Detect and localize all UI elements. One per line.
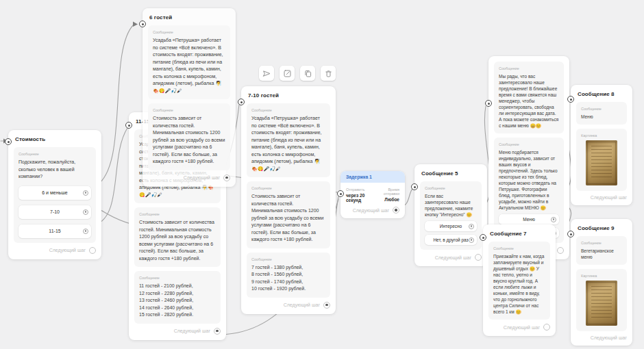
message-block[interactable]: Сообщение 7 гостей - 1380 рублей, 8 гост… bbox=[247, 253, 330, 298]
message-label: Сообщение bbox=[153, 30, 225, 34]
message-block[interactable]: Сообщение Меню bbox=[576, 102, 627, 125]
message-text: Усадьба «Петрушка» работает по системе «… bbox=[153, 37, 225, 94]
message-text: Мы рады, что вас заинтересовало наше пре… bbox=[499, 73, 559, 129]
image-block[interactable]: Картинка bbox=[576, 269, 627, 331]
message-label: Сообщение bbox=[139, 212, 216, 216]
input-port[interactable] bbox=[480, 234, 486, 241]
choice-button-menu[interactable]: Меню bbox=[499, 214, 559, 224]
message-label: Сообщение bbox=[581, 107, 622, 111]
node-title: 7-10 гостей bbox=[248, 92, 330, 99]
next-step-port[interactable] bbox=[543, 324, 550, 331]
message-text: Меню подбирается индивидуально, зависит … bbox=[499, 149, 559, 211]
input-port[interactable] bbox=[125, 122, 132, 129]
trash-icon bbox=[324, 69, 333, 78]
input-port[interactable] bbox=[5, 138, 12, 145]
next-step-port[interactable] bbox=[89, 247, 96, 254]
next-step-port[interactable] bbox=[393, 207, 399, 214]
node-message-8[interactable]: Сообщение 8 Сообщение Меню Картинка След… bbox=[571, 85, 632, 205]
node-delay[interactable]: Задержка 1 Отправить через 20 секунд Вре… bbox=[340, 171, 405, 218]
message-label: Сообщение bbox=[499, 66, 559, 70]
message-block[interactable]: Сообщение Приезжайте к нам, когда заплан… bbox=[488, 242, 550, 320]
node-title: Сообщение 8 bbox=[578, 91, 627, 97]
flow-canvas[interactable]: Стоимость Сообщение Подскажите, пожалуйс… bbox=[0, 0, 644, 349]
choice-button-7-10[interactable]: 7-10 bbox=[18, 205, 91, 219]
node-message-7[interactable]: Сообщение 7 Сообщение Приезжайте к нам, … bbox=[483, 224, 556, 336]
input-port[interactable] bbox=[411, 183, 418, 190]
next-step-port[interactable] bbox=[223, 174, 230, 181]
message-block[interactable]: Сообщение Усадьба «Петрушка» работает по… bbox=[247, 103, 330, 177]
node-guests-6[interactable]: 6 гостей Сообщение Усадьба «Петрушка» ра… bbox=[143, 8, 236, 187]
node-cost[interactable]: Стоимость Сообщение Подскажите, пожалуйс… bbox=[8, 130, 101, 259]
input-port[interactable] bbox=[337, 190, 344, 197]
button-output-port[interactable] bbox=[469, 224, 474, 229]
node-message-9[interactable]: Сообщение 9 Сообщение Вегетарианское мен… bbox=[571, 219, 632, 346]
message-text: Стоимость зависит от количества гостей. … bbox=[251, 193, 325, 244]
send-icon bbox=[262, 69, 271, 78]
choice-button-not-now[interactable]: Нет, в другой раз bbox=[425, 235, 477, 245]
menu-photo bbox=[586, 140, 617, 185]
message-block[interactable]: Сообщение Стоимость зависит от количеств… bbox=[148, 103, 230, 170]
input-port[interactable] bbox=[238, 99, 245, 105]
image-block[interactable]: Картинка bbox=[576, 129, 627, 191]
node-guests-7-10[interactable]: 7-10 гостей Сообщение Усадьба «Петрушка»… bbox=[241, 86, 336, 314]
node-title: Сообщение 7 bbox=[490, 231, 550, 237]
message-text: 7 гостей - 1380 рублей, 8 гостей - 1560 … bbox=[251, 264, 325, 293]
message-label: Сообщение bbox=[251, 108, 325, 112]
message-block[interactable]: Сообщение Стоимость зависит от количеств… bbox=[134, 207, 221, 267]
message-block[interactable]: Сообщение Усадьба «Петрушка» работает по… bbox=[148, 25, 230, 99]
choice-button-interesting[interactable]: Интересно bbox=[425, 221, 477, 231]
copy-button[interactable] bbox=[300, 66, 315, 81]
input-port[interactable] bbox=[139, 21, 146, 27]
message-block[interactable]: Сообщение Стоимость зависит от количеств… bbox=[247, 181, 330, 248]
next-step-label: Следующий шаг bbox=[591, 335, 627, 340]
button-output-port[interactable] bbox=[469, 237, 474, 243]
message-block[interactable]: Сообщение 11 гостей - 2100 рублей, 12 го… bbox=[134, 271, 221, 324]
button-label: 6 и меньше bbox=[42, 190, 67, 195]
next-step-port[interactable] bbox=[475, 254, 482, 261]
next-step-label: Следующий шаг bbox=[49, 248, 86, 253]
message-text: Стоимость зависит от количества гостей. … bbox=[153, 115, 225, 166]
next-step: Следующий шаг bbox=[14, 247, 96, 254]
button-output-port[interactable] bbox=[83, 229, 88, 234]
next-step: Следующий шаг bbox=[148, 174, 230, 181]
message-block[interactable]: Сообщение Если вас заинтересовало наше п… bbox=[420, 181, 482, 250]
message-label: Сообщение bbox=[251, 186, 325, 190]
field-label: Время отправки bbox=[375, 188, 399, 196]
delay-send-field: Отправить через 20 секунд bbox=[346, 188, 375, 203]
button-output-port[interactable] bbox=[83, 190, 88, 196]
field-value: через 20 секунд bbox=[346, 193, 375, 203]
next-step: Следующий шаг bbox=[346, 207, 399, 214]
node-title: Сообщение 5 bbox=[421, 170, 482, 177]
next-step-port[interactable] bbox=[323, 302, 330, 309]
next-step-port[interactable] bbox=[557, 247, 564, 254]
choice-button-6-or-less[interactable]: 6 и меньше bbox=[18, 186, 91, 200]
copy-icon bbox=[304, 69, 312, 78]
button-label: Меню bbox=[523, 217, 535, 222]
field-label: Отправить bbox=[346, 188, 375, 192]
button-output-port[interactable] bbox=[83, 209, 88, 215]
message-label: Сообщение bbox=[499, 142, 559, 146]
input-port[interactable] bbox=[485, 100, 492, 107]
next-step: Следующий шаг bbox=[134, 328, 221, 335]
choice-button-11-15[interactable]: 11-15 bbox=[18, 224, 91, 238]
input-port[interactable] bbox=[567, 96, 574, 103]
next-step-label: Следующий шаг bbox=[174, 328, 210, 333]
message-block[interactable]: Сообщение Вегетарианское меню bbox=[576, 236, 627, 265]
message-block[interactable]: Сообщение Подскажите, пожалуйста, скольк… bbox=[14, 147, 96, 243]
veg-menu-photo bbox=[586, 281, 617, 326]
node-message-5[interactable]: Сообщение 5 Сообщение Если вас заинтерес… bbox=[414, 164, 487, 266]
delete-button[interactable] bbox=[321, 66, 336, 81]
button-output-port[interactable] bbox=[551, 217, 556, 222]
message-text: 11 гостей - 2100 рублей, 12 гостей - 228… bbox=[139, 283, 216, 319]
message-text: Меню bbox=[581, 114, 622, 120]
delay-settings: Отправить через 20 секунд Время отправки… bbox=[340, 183, 405, 204]
send-test-button[interactable] bbox=[259, 66, 274, 81]
next-step-port[interactable] bbox=[214, 328, 221, 335]
next-step-label: Следующий шаг bbox=[435, 255, 471, 260]
button-label: Нет, в другой раз bbox=[433, 237, 468, 242]
edit-button[interactable] bbox=[280, 66, 295, 81]
input-port[interactable] bbox=[567, 231, 574, 237]
message-block[interactable]: Сообщение Мы рады, что вас заинтересовал… bbox=[494, 62, 564, 133]
next-step: Следующий шаг bbox=[576, 335, 627, 340]
message-text: Подскажите, пожалуйста, сколько человек … bbox=[18, 159, 91, 181]
